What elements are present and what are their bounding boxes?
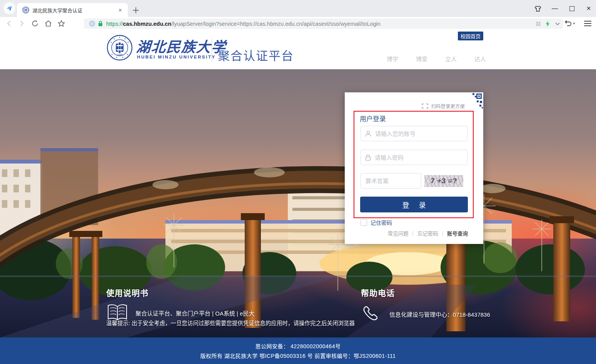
remember-password-row[interactable]: 记住密码 xyxy=(361,219,392,226)
account-query-link[interactable]: 账号查询 xyxy=(447,229,468,237)
login-button[interactable]: 登 录 xyxy=(360,197,468,212)
url-text: https://cas.hbmzu.edu.cn/lyuapServer/log… xyxy=(106,21,533,27)
security-tip: 温馨提示: 出于安全考虑，一旦您访问过那些需要您提供凭证信息的应用时，请操作完之… xyxy=(106,319,355,327)
password-input[interactable] xyxy=(374,154,467,161)
browser-toolbar: https://cas.hbmzu.edu.cn/lyuapServer/log… xyxy=(0,17,596,30)
login-title: 用户登录 xyxy=(360,114,386,123)
browser-logo-icon xyxy=(3,2,16,15)
scan-login-label: 扫码登录更方便 xyxy=(431,102,465,110)
account-input[interactable] xyxy=(374,130,467,137)
phone-icon xyxy=(361,304,380,324)
campus-photo-background: 扫码登录更方便 用户登录 7 +3 =? xyxy=(0,69,596,337)
remember-label: 记住密码 xyxy=(371,219,392,226)
qr-code-corner[interactable] xyxy=(466,92,483,110)
lock-icon xyxy=(365,154,371,161)
campus-night-scene xyxy=(0,69,596,337)
undo-button[interactable]: ▾ xyxy=(564,20,575,27)
scan-frame-icon xyxy=(422,104,428,109)
help-title: 帮助电话 xyxy=(361,287,490,298)
footer-security-record: 恩公网安备： 42280002000464号 xyxy=(255,342,341,350)
url-host: cas.hbmzu.edu.cn xyxy=(123,21,172,27)
tab-close-icon[interactable]: ✕ xyxy=(117,7,124,14)
nav-item-boai[interactable]: 博爱 xyxy=(416,55,427,63)
speed-lightning-icon[interactable] xyxy=(546,21,550,27)
forgot-password-link[interactable]: 忘记密码 xyxy=(417,229,438,237)
manual-section: 使用说明书 聚合认证平台、聚合门户平台 | OA系统 | e民大 xyxy=(106,287,254,321)
campus-home-badge[interactable]: 校园首页 xyxy=(458,32,483,40)
faq-link[interactable]: 常见问题 xyxy=(388,229,409,237)
address-bar[interactable]: https://cas.hbmzu.edu.cn/lyuapServer/log… xyxy=(84,18,563,29)
browser-titlebar: 湖北民族大学聚合认证 ✕ ＋ — ✕ xyxy=(0,0,596,17)
nav-item-liren[interactable]: 立人 xyxy=(445,55,457,63)
svg-text:~1938~: ~1938~ xyxy=(116,53,124,56)
chevron-down-icon[interactable] xyxy=(555,22,560,25)
captcha-question: 7 +3 =? xyxy=(430,177,457,185)
nav-item-boxue[interactable]: 博学 xyxy=(387,55,398,63)
user-icon xyxy=(365,130,371,137)
refresh-button[interactable] xyxy=(28,18,42,29)
url-path: /lyuapServer/login?service=https://cas.h… xyxy=(171,21,381,27)
back-button[interactable] xyxy=(2,18,15,29)
toolbar-right: ▾ xyxy=(564,17,591,30)
qr-grid-icon[interactable] xyxy=(536,22,540,26)
logo-divider xyxy=(212,38,212,62)
https-lock-icon xyxy=(98,21,103,27)
maximize-button[interactable] xyxy=(568,5,575,12)
platform-title: 聚合认证平台 xyxy=(218,46,294,63)
password-field[interactable] xyxy=(361,150,467,165)
help-section: 帮助电话 信息化建设与管理中心：0718-8437836 xyxy=(361,287,490,324)
login-links: 常见问题 | 忘记密码 | 账号查询 xyxy=(388,229,468,237)
forward-button[interactable] xyxy=(15,18,28,29)
university-name-en: HUBEI MINZU UNIVERSITY xyxy=(137,55,216,59)
link-divider: | xyxy=(412,230,414,236)
university-name-cn: 湖北民族大学 xyxy=(135,35,227,56)
site-info-icon[interactable] xyxy=(89,21,95,27)
tab-favicon-icon xyxy=(22,7,29,13)
scan-login-hint[interactable]: 扫码登录更方便 xyxy=(422,102,465,110)
account-field[interactable] xyxy=(361,126,467,141)
home-button[interactable] xyxy=(42,18,55,29)
url-scheme: https xyxy=(106,21,118,27)
site-footer: 恩公网安备： 42280002000464号 版权所有 湖北民族大学 鄂ICP备… xyxy=(0,337,596,364)
address-bar-actions xyxy=(536,21,560,27)
service-list: 聚合认证平台、聚合门户平台 | OA系统 | e民大 xyxy=(135,309,254,317)
link-divider: | xyxy=(442,230,443,236)
login-card: 扫码登录更方便 用户登录 7 +3 =? xyxy=(345,92,483,244)
browser-theme-icon[interactable] xyxy=(534,5,541,12)
captcha-input[interactable] xyxy=(361,177,421,185)
tab-title: 湖北民族大学聚合认证 xyxy=(32,7,117,14)
undo-caret-icon[interactable]: ▾ xyxy=(573,22,575,25)
nav-item-daren[interactable]: 达人 xyxy=(474,55,486,63)
minimize-button[interactable]: — xyxy=(551,5,558,12)
manual-title: 使用说明书 xyxy=(106,287,254,298)
url-separator: :// xyxy=(118,21,123,27)
remember-checkbox[interactable] xyxy=(361,219,367,226)
captcha-image[interactable]: 7 +3 =? xyxy=(424,175,463,187)
site-nav: 博学 博爱 立人 达人 xyxy=(387,55,486,63)
menu-button[interactable] xyxy=(584,21,591,26)
window-controls: — ✕ xyxy=(534,0,592,17)
help-phone: 信息化建设与管理中心：0718-8437836 xyxy=(389,310,490,318)
browser-tab[interactable]: 湖北民族大学聚合认证 ✕ xyxy=(17,3,128,17)
new-tab-button[interactable]: ＋ xyxy=(130,4,142,15)
browser-window: 湖北民族大学聚合认证 ✕ ＋ — ✕ xyxy=(0,0,596,364)
favorite-star-icon[interactable] xyxy=(55,18,68,29)
close-button[interactable]: ✕ xyxy=(585,5,592,12)
captcha-field[interactable] xyxy=(361,173,421,189)
footer-copyright: 版权所有 湖北民族大学 鄂ICP备05003316 号 前置审核编号：鄂JS20… xyxy=(200,352,396,359)
site-header: ~1938~ 湖北民族大学 HUBEI MINZU UNIVERSITY 聚合认… xyxy=(0,30,596,69)
university-seal-logo: ~1938~ xyxy=(107,35,133,61)
